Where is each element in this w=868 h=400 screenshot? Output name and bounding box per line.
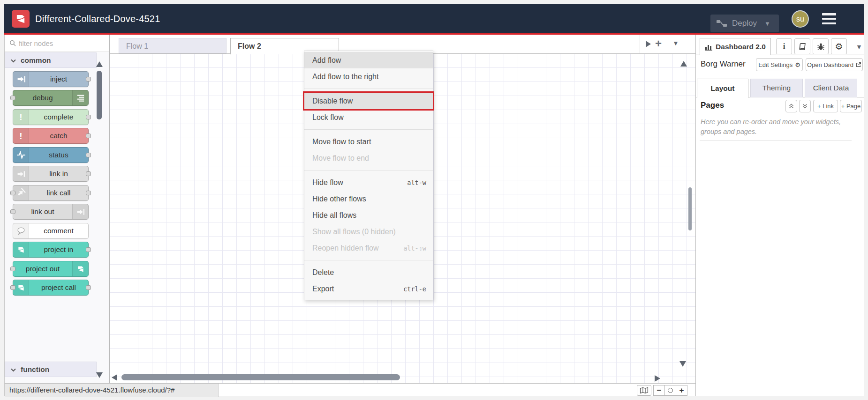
gear-icon: ⚙ (795, 61, 800, 68)
node-input-port[interactable] (10, 96, 15, 100)
flow-list-chevron-icon[interactable]: ▼ (672, 39, 679, 47)
zoom-in-button[interactable]: + (676, 385, 687, 396)
node-output-port[interactable] (86, 247, 91, 252)
filter-nodes-input[interactable] (19, 39, 94, 47)
palette-node-link-call[interactable]: link call (13, 185, 89, 201)
tab-client-data[interactable]: Client Data (805, 79, 857, 97)
node-output-port[interactable] (86, 115, 91, 119)
add-flow-button[interactable]: + (655, 37, 662, 50)
menu-item-shortcut: ctrl-e (403, 285, 426, 293)
palette-node-inject[interactable]: inject (13, 71, 89, 87)
node-input-port[interactable] (10, 191, 15, 195)
palette-node-project-in[interactable]: project in (13, 242, 89, 258)
palette-node-link-in[interactable]: link in (13, 166, 89, 182)
palette-node-debug[interactable]: debug (13, 90, 89, 106)
menu-item-export[interactable]: Exportctrl-e (304, 281, 433, 297)
zoom-out-button[interactable]: − (653, 385, 665, 396)
help-sidebar-button[interactable] (794, 38, 810, 54)
palette-category-function[interactable]: function (5, 362, 97, 377)
open-dashboard-button[interactable]: Open Dashboard (806, 58, 863, 71)
tab-dashboard-2[interactable]: Dashboard 2.0 (700, 38, 771, 55)
deploy-button[interactable]: Deploy ▼ (710, 15, 779, 32)
palette-scroll-up-arrow[interactable] (96, 61, 103, 67)
node-red-logo-icon (13, 242, 29, 257)
chevron-down-icon[interactable]: ▼ (764, 20, 770, 27)
palette-scrollbar-thumb[interactable] (97, 71, 102, 119)
canvas-scroll-left-arrow[interactable] (112, 374, 117, 381)
menu-divider (304, 170, 433, 170)
palette-nodes: injectdebug!complete!catchstatuslink inl… (5, 68, 97, 299)
dashboard-header-row: Borg Warner Edit Settings ⚙ Open Dashboa… (696, 54, 864, 75)
node-output-port[interactable] (86, 285, 91, 290)
menu-item-hide-flow[interactable]: Hide flowalt-w (304, 174, 433, 191)
menu-item-lock-flow[interactable]: Lock flow (304, 109, 433, 126)
canvas-footer: https://different-collared-dove-4521.flo… (5, 383, 695, 396)
menu-item-hide-other-flows[interactable]: Hide other flows (304, 191, 433, 207)
canvas-scroll-down-arrow[interactable] (679, 361, 686, 367)
canvas-scroll-right-arrow[interactable] (655, 375, 660, 382)
menu-item-add-flow-to-the-right[interactable]: Add flow to the right (304, 68, 433, 85)
canvas-vertical-scrollbar-thumb[interactable] (688, 187, 692, 230)
main-area: common injectdebug!complete!catchstatusl… (4, 35, 864, 396)
search-icon (9, 40, 16, 46)
edit-settings-button[interactable]: Edit Settings ⚙ (756, 58, 803, 71)
node-input-port[interactable] (10, 285, 15, 290)
node-output-port[interactable] (86, 133, 91, 138)
menu-item-add-flow[interactable]: Add flow (304, 52, 433, 68)
node-output-port[interactable] (86, 191, 91, 195)
node-red-logo-icon (72, 261, 88, 276)
collapse-all-button[interactable] (785, 100, 797, 112)
menu-item-hide-all-flows[interactable]: Hide all flows (304, 207, 433, 223)
info-sidebar-button[interactable]: i (776, 38, 792, 54)
node-palette: common injectdebug!complete!catchstatusl… (5, 35, 110, 383)
zoom-reset-icon (668, 388, 673, 393)
dashboard-subtabs: Layout Theming Client Data (696, 79, 864, 97)
node-output-port[interactable] (86, 153, 91, 157)
node-output-port[interactable] (86, 171, 91, 176)
node-input-port[interactable] (10, 209, 15, 214)
palette-node-label: project in (29, 242, 88, 257)
palette-node-status[interactable]: status (13, 147, 89, 163)
palette-node-project-call[interactable]: project call (13, 280, 89, 296)
canvas-horizontal-scrollbar-thumb[interactable] (121, 374, 400, 380)
tab-flow-1[interactable]: Flow 1 (119, 38, 226, 53)
sidebar-menu-chevron-icon[interactable]: ▼ (856, 43, 862, 51)
user-avatar[interactable]: su (792, 10, 809, 28)
palette-node-catch[interactable]: !catch (13, 128, 89, 144)
node-output-port[interactable] (86, 77, 91, 81)
gear-icon: ⚙ (835, 41, 843, 52)
palette-category-common[interactable]: common (5, 52, 97, 68)
zoom-reset-button[interactable] (664, 385, 676, 396)
palette-node-project-out[interactable]: project out (13, 261, 89, 277)
palette-node-link-out[interactable]: link out (13, 204, 89, 220)
flow-canvas[interactable]: Flow 1 Flow 2 + ▼ Add flowAdd flow to th… (110, 35, 695, 383)
sidebar-divider (700, 141, 852, 141)
palette-node-label: link in (29, 166, 88, 181)
main-menu-button[interactable] (822, 13, 836, 24)
menu-item-label: Lock flow (312, 113, 426, 122)
window-title: Different-Collared-Dove-4521 (35, 4, 160, 33)
tab-layout[interactable]: Layout (697, 79, 748, 98)
bug-icon (817, 43, 825, 51)
palette-node-label: catch (29, 128, 88, 143)
palette-scroll-down-arrow[interactable] (96, 372, 103, 378)
add-link-button[interactable]: + Link (813, 100, 838, 112)
palette-node-comment[interactable]: comment (13, 223, 89, 239)
add-page-button[interactable]: + Page (840, 100, 862, 112)
palette-filter[interactable] (5, 35, 109, 52)
menu-item-disable-flow[interactable]: Disable flow (304, 93, 433, 109)
navigator-toggle-button[interactable] (637, 385, 651, 396)
menu-item-move-flow-to-start[interactable]: Move flow to start (304, 133, 433, 150)
expand-all-button[interactable] (799, 100, 811, 112)
palette-node-label: project call (29, 280, 88, 295)
tab-theming[interactable]: Theming (750, 79, 803, 97)
node-input-port[interactable] (10, 267, 15, 271)
menu-item-delete[interactable]: Delete (304, 264, 433, 281)
pages-help-text: Here you can re-order and move your widg… (701, 117, 855, 137)
config-sidebar-button[interactable]: ⚙ (831, 38, 847, 54)
canvas-scroll-up-arrow[interactable] (680, 61, 687, 67)
debug-sidebar-button[interactable] (813, 38, 829, 54)
palette-node-complete[interactable]: !complete (13, 109, 89, 125)
info-icon: i (783, 42, 785, 51)
scroll-tabs-right-icon[interactable] (646, 41, 651, 47)
